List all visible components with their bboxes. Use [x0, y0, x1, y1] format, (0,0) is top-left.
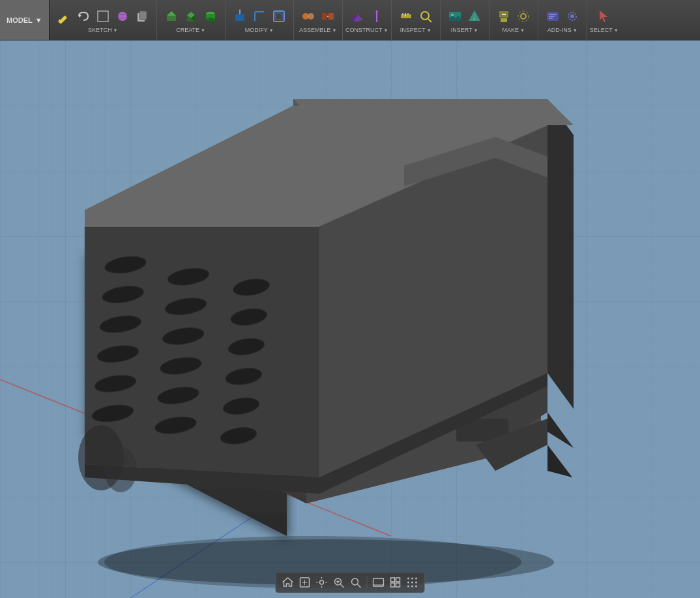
- svg-marker-133: [284, 578, 293, 586]
- create-box-icon: [182, 7, 200, 25]
- svg-point-158: [415, 586, 417, 588]
- svg-point-4: [118, 12, 127, 21]
- svg-rect-30: [401, 14, 411, 18]
- toolbar-divider-1: [367, 576, 368, 588]
- inspect-measure-icon: [397, 7, 415, 25]
- svg-line-143: [358, 584, 361, 588]
- home-view-icon[interactable]: [280, 575, 296, 590]
- grid-toggle-icon[interactable]: [388, 575, 403, 590]
- addins-gear-icon: [563, 7, 581, 25]
- svg-marker-18: [239, 9, 241, 10]
- create-cylinder-icon: [201, 7, 220, 25]
- svg-point-152: [415, 578, 417, 580]
- display-mode-icon[interactable]: [371, 575, 386, 590]
- model-dropdown[interactable]: MODEL ▼: [0, 0, 50, 40]
- svg-point-151: [411, 578, 413, 580]
- modify-fillet-icon: [250, 7, 269, 25]
- addins-label: ADD-INS ▼: [547, 27, 577, 35]
- svg-point-15: [206, 18, 215, 22]
- model-label: MODEL: [7, 16, 33, 24]
- svg-rect-147: [396, 578, 400, 582]
- sketch-undo-icon: [74, 7, 93, 25]
- assemble-label: ASSEMBLE ▼: [299, 27, 336, 35]
- svg-rect-148: [391, 583, 395, 587]
- toolbar-group-construct[interactable]: CONSTRUCT ▼: [343, 0, 392, 40]
- insert-image-icon: [446, 7, 464, 25]
- insert-label: INSERT ▼: [451, 27, 478, 35]
- assemble-icons: [297, 5, 340, 27]
- inspect-analysis-icon: [416, 7, 435, 25]
- sketch-pencil-icon: [55, 7, 73, 25]
- select-label: SELECT ▼: [590, 27, 619, 35]
- construct-label: CONSTRUCT ▼: [345, 27, 388, 35]
- svg-marker-2: [79, 14, 81, 18]
- sketch-rect-icon: [94, 7, 112, 25]
- svg-rect-7: [139, 11, 147, 20]
- create-icons: [160, 5, 222, 27]
- model-dropdown-arrow: ▼: [35, 16, 42, 24]
- sketch-sphere-icon: [113, 7, 132, 25]
- svg-point-45: [518, 11, 529, 22]
- svg-point-22: [308, 13, 314, 20]
- insert-decal-icon: ↓: [465, 7, 484, 25]
- svg-line-35: [428, 19, 431, 22]
- toolbar-group-assemble[interactable]: ASSEMBLE ▼: [294, 0, 343, 40]
- addins-scripts-icon: [544, 7, 562, 25]
- inspect-label: INSPECT ▼: [400, 27, 431, 35]
- svg-point-154: [411, 582, 413, 584]
- svg-text:↓: ↓: [473, 16, 475, 22]
- svg-point-155: [415, 582, 417, 584]
- svg-point-150: [407, 578, 409, 580]
- modify-shell-icon: [270, 7, 288, 25]
- assemble-joint-icon: [299, 7, 317, 25]
- svg-point-157: [411, 586, 413, 588]
- svg-point-142: [352, 578, 358, 585]
- main-cad-model: [0, 40, 700, 598]
- create-extrude-icon: [162, 7, 181, 25]
- toolbar-group-select[interactable]: SELECT ▼: [587, 0, 621, 40]
- svg-rect-3: [98, 11, 108, 22]
- svg-rect-20: [276, 13, 282, 20]
- view-controls-toolbar: [276, 572, 425, 593]
- snap-grid-icon[interactable]: [405, 575, 420, 590]
- svg-point-156: [407, 586, 409, 588]
- toolbar-group-inspect[interactable]: INSPECT ▼: [392, 0, 441, 40]
- svg-point-107: [104, 447, 137, 492]
- toolbar-group-sketch[interactable]: SKETCH ▼: [50, 0, 157, 40]
- svg-rect-19: [274, 11, 284, 22]
- fit-to-window-icon[interactable]: [297, 575, 313, 590]
- svg-rect-149: [396, 583, 400, 587]
- main-toolbar: MODEL ▼ SKETCH ▼: [0, 0, 700, 40]
- svg-rect-24: [328, 13, 334, 20]
- make-3dprint-icon: [495, 7, 513, 25]
- svg-marker-9: [167, 11, 176, 16]
- toolbar-group-create[interactable]: CREATE ▼: [157, 0, 226, 40]
- svg-point-44: [521, 14, 526, 19]
- sketch-copy-icon: [133, 7, 151, 25]
- insert-icons: ↓: [443, 5, 486, 27]
- svg-rect-16: [235, 14, 244, 21]
- pan-icon[interactable]: [314, 575, 330, 590]
- svg-point-153: [407, 582, 409, 584]
- toolbar-group-addins[interactable]: ADD-INS ▼: [538, 0, 587, 40]
- svg-point-50: [570, 14, 574, 18]
- zoom-icon[interactable]: [348, 575, 364, 590]
- select-icons: [592, 5, 616, 27]
- inspect-icons: [394, 5, 437, 27]
- addins-icons: [541, 5, 584, 27]
- svg-line-139: [341, 584, 344, 588]
- sketch-icons: [52, 5, 154, 27]
- sketch-label: SKETCH ▼: [88, 27, 117, 35]
- make-label: MAKE ▼: [502, 27, 524, 35]
- construct-plane-icon: [348, 7, 366, 25]
- modify-label: MODIFY ▼: [245, 27, 274, 35]
- svg-point-137: [320, 580, 324, 584]
- toolbar-group-modify[interactable]: MODIFY ▼: [226, 0, 294, 40]
- svg-point-34: [421, 12, 429, 20]
- create-label: CREATE ▼: [176, 27, 205, 35]
- toolbar-group-make[interactable]: MAKE ▼: [489, 0, 538, 40]
- toolbar-group-insert[interactable]: ↓ INSERT ▼: [441, 0, 489, 40]
- make-settings-icon: [514, 7, 532, 25]
- zoom-in-icon[interactable]: [331, 575, 347, 590]
- viewport[interactable]: [0, 40, 700, 598]
